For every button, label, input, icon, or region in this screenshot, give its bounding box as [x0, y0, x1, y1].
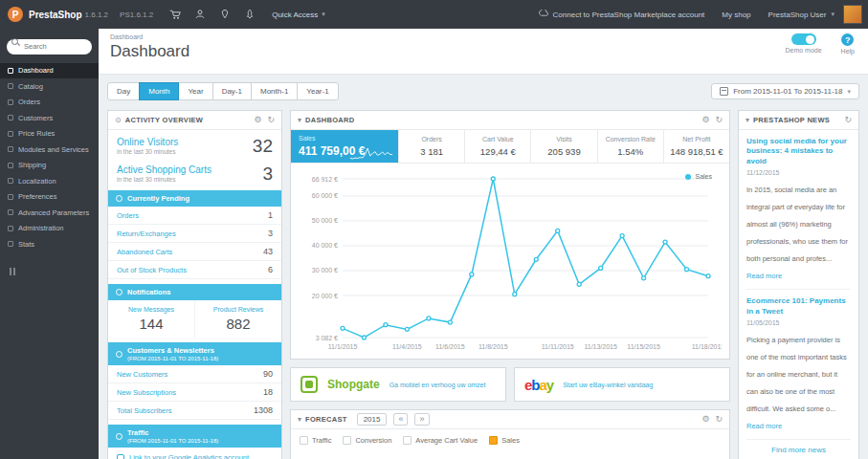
period-month-1-button[interactable]: Month-1 [251, 82, 298, 100]
help-icon[interactable]: ? [841, 33, 854, 46]
refresh-icon[interactable]: ↻ [715, 116, 723, 124]
sidebar-item-stats[interactable]: Stats [0, 236, 99, 252]
sidebar-item-label: Stats [18, 240, 34, 249]
product-reviews-link[interactable]: Product Reviews [197, 306, 279, 313]
forecast-conversion-checkbox[interactable]: Conversion [343, 436, 391, 445]
help-control: ? Help [841, 33, 855, 55]
kpi-sales[interactable]: Sales 411 759,00 € [291, 130, 398, 163]
news-article-title[interactable]: Ecommerce 101: Payments in a Tweet [746, 296, 851, 317]
activity-panel-title: ACTIVITY OVERVIEW [125, 116, 251, 124]
demo-mode-toggle[interactable] [791, 33, 816, 45]
rocket-icon[interactable] [237, 0, 262, 29]
new-messages-link[interactable]: New Messages [110, 306, 192, 313]
cart-icon[interactable] [163, 0, 188, 29]
refresh-icon[interactable]: ↻ [267, 116, 275, 124]
active-carts-link[interactable]: Active Shopping Carts [117, 164, 211, 175]
period-year-1-button[interactable]: Year-1 [297, 82, 338, 100]
period-day-button[interactable]: Day [107, 82, 140, 100]
gear-icon[interactable]: ⚙ [254, 116, 261, 124]
forecast-prev-button[interactable]: « [393, 413, 408, 426]
help-label: Help [841, 48, 855, 55]
pin-icon[interactable] [212, 0, 237, 29]
sidebar-item-customers[interactable]: Customers [0, 110, 99, 126]
forecast-sales-checkbox[interactable]: Sales [489, 436, 520, 445]
page-header: Dashboard Dashboard Demo mode ? Help [99, 29, 868, 75]
dashboard-panel-title: DASHBOARD [305, 116, 698, 124]
sidebar-item-catalog[interactable]: Catalog [0, 78, 99, 95]
refresh-icon[interactable]: ↻ [715, 415, 723, 424]
forecast-year-select[interactable]: 2015 [357, 413, 388, 426]
total-subscribers-value: 1308 [254, 405, 273, 415]
new-subscriptions-link[interactable]: New Subscriptions [117, 388, 176, 397]
sidebar-item-modules[interactable]: Modules and Services [0, 142, 99, 158]
forecast-traffic-checkbox[interactable]: Traffic [300, 436, 331, 445]
sidebar-item-dashboard[interactable]: Dashboard [0, 63, 99, 79]
news-panel-header: ▾ PRESTASHOP NEWS ↻ [739, 111, 858, 130]
sidebar-item-price-rules[interactable]: Price Rules [0, 126, 99, 142]
new-customers-link[interactable]: New Customers [117, 370, 167, 379]
dashboard-columns: ⊙ ACTIVITY OVERVIEW ⚙ ↻ Online Visitors [107, 110, 859, 459]
pending-row-out-of-stock: Out of Stock Products 6 [108, 261, 281, 279]
google-analytics-link[interactable]: Link to your Google Analytics account [129, 453, 249, 459]
stats-icon [8, 241, 13, 247]
kpi-cart-value[interactable]: Cart Value 129,44 € [464, 130, 530, 163]
ebay-link[interactable]: Start uw eBay-winkel vandaag [563, 382, 653, 388]
pending-row-returns: Return/Exchanges 3 [108, 225, 281, 243]
marketplace-link[interactable]: Connect to PrestaShop Marketplace accoun… [530, 0, 714, 29]
out-of-stock-link[interactable]: Out of Stock Products [117, 266, 187, 274]
kpi-conversion-rate[interactable]: Conversion Rate 1.54% [597, 130, 663, 163]
sidebar-item-orders[interactable]: Orders [0, 95, 99, 111]
online-visitors-link[interactable]: Online Visitors [117, 137, 178, 147]
abandoned-carts-link[interactable]: Abandoned Carts [117, 248, 172, 256]
read-more-link[interactable]: Read more [746, 422, 782, 430]
profile-icon[interactable] [188, 0, 212, 29]
refresh-icon[interactable]: ↻ [844, 116, 852, 124]
forecast-avg-cart-checkbox[interactable]: Average Cart Value [403, 436, 478, 445]
gear-icon[interactable]: ⚙ [701, 116, 709, 124]
forecast-next-button[interactable]: » [414, 413, 429, 426]
quick-access-menu[interactable]: Quick Access▾ [262, 0, 335, 29]
period-year-button[interactable]: Year [178, 82, 212, 100]
avatar[interactable] [843, 5, 862, 24]
kpi-visits[interactable]: Visits 205 939 [530, 130, 596, 163]
period-month-button[interactable]: Month [139, 82, 179, 100]
pending-returns-link[interactable]: Return/Exchanges [117, 230, 176, 238]
kpi-orders[interactable]: Orders 3 181 [398, 130, 464, 163]
filter-bar: Day Month Year Day-1 Month-1 Year-1 From… [107, 82, 859, 100]
kpi-net-profit[interactable]: Net Profit 148 918,51 € [663, 130, 729, 163]
active-carts-stat: Active Shopping Carts in the last 30 min… [108, 158, 281, 186]
forecast-panel: ▾ FORECAST 2015 « » ⚙ ↻ [290, 409, 730, 459]
forecast-legend-label: Average Cart Value [415, 436, 478, 445]
sidebar-item-administration[interactable]: Administration [0, 221, 99, 237]
news-article-title[interactable]: Using social media for your business: 4 … [746, 137, 851, 166]
search-input[interactable] [7, 39, 92, 55]
total-subscribers-link[interactable]: Total Subscribers [117, 406, 172, 415]
sidebar-item-localization[interactable]: Localization [0, 173, 99, 189]
caret-down-icon: ▾ [298, 416, 301, 424]
collapse-menu-button[interactable] [10, 268, 99, 275]
gear-icon[interactable]: ⚙ [701, 415, 709, 424]
date-range-picker[interactable]: From 2015-11-01 To 2015-11-18 ▾ [711, 83, 859, 99]
pending-row-orders: Orders 1 [108, 207, 281, 225]
user-menu[interactable]: PrestaShop User▾ [760, 0, 843, 29]
sidebar-item-shipping[interactable]: Shipping [0, 158, 99, 174]
read-more-link[interactable]: Read more [746, 272, 782, 280]
sidebar-item-label: Shipping [18, 161, 46, 169]
customers-row-new: New Customers 90 [108, 365, 281, 383]
localization-icon [8, 178, 13, 184]
sidebar-item-label: Orders [18, 98, 40, 106]
forecast-legend-label: Traffic [312, 436, 331, 445]
my-shop-link[interactable]: My shop [713, 0, 759, 29]
period-day-1-button[interactable]: Day-1 [212, 82, 252, 100]
sidebar-item-preferences[interactable]: Preferences [0, 189, 99, 206]
kpi-value: 1.54% [600, 146, 661, 157]
svg-text:20 000 €: 20 000 € [312, 293, 338, 299]
find-more-news-link[interactable]: Find more news [746, 439, 851, 459]
sidebar-item-advanced-parameters[interactable]: Advanced Parameters [0, 205, 99, 221]
shipping-icon [8, 163, 13, 168]
sales-sparkline [349, 147, 393, 160]
pending-orders-link[interactable]: Orders [117, 211, 139, 220]
kpi-value: 205 939 [533, 146, 594, 157]
shopgate-link[interactable]: Ga mobiel en verhoog uw omzet [389, 382, 486, 388]
svg-text:11/13/2015: 11/13/2015 [584, 343, 617, 350]
